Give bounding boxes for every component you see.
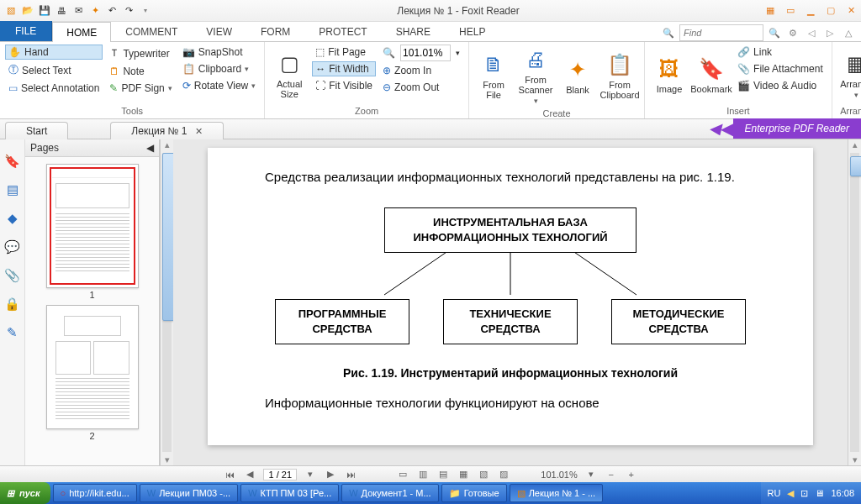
print-icon[interactable]: 🖶 (54, 3, 69, 18)
find-tool-icon[interactable]: 🔍 (661, 25, 676, 40)
doc-tab-current[interactable]: Лекция № 1✕ (110, 122, 224, 139)
tab-protect[interactable]: PROTECT (304, 21, 381, 41)
document-view[interactable]: Средства реализации информационных техно… (173, 139, 848, 465)
page-dropdown-icon[interactable]: ▾ (304, 469, 317, 480)
bookmark-panel-icon[interactable]: 🔖 (4, 153, 21, 170)
view-mode-2-icon[interactable]: ▥ (416, 469, 430, 480)
prev-page-icon[interactable]: ◀ (243, 469, 256, 480)
attachments-panel-icon[interactable]: 📎 (4, 267, 21, 284)
taskbar-item-0[interactable]: ○http://ikit.edu... (53, 484, 137, 502)
view-mode-1-icon[interactable]: ▭ (396, 469, 409, 480)
nav-prev-icon[interactable]: ◁ (804, 25, 819, 40)
tray-icon-1[interactable]: ◀ (787, 488, 794, 499)
undo-icon[interactable]: ↶ (104, 3, 119, 18)
taskbar-item-2[interactable]: WКТП ПМ 03 [Ре... (240, 484, 339, 502)
maximize-icon[interactable]: ▢ (824, 5, 837, 17)
view-mode-4-icon[interactable]: ▦ (457, 469, 470, 480)
pdf-sign-tool[interactable]: ✎PDF Sign (106, 81, 175, 96)
clock[interactable]: 16:08 (831, 488, 854, 498)
minimize-ribbon-icon[interactable]: ▭ (784, 5, 797, 17)
zoom-value-input[interactable] (400, 45, 451, 61)
save-icon[interactable]: 💾 (37, 3, 52, 18)
from-scanner-button[interactable]: 🖨From Scanner (516, 45, 555, 107)
language-indicator[interactable]: RU (768, 488, 781, 498)
select-text-tool[interactable]: ⓉSelect Text (5, 61, 103, 79)
status-zoom-dropdown-icon[interactable]: ▾ (584, 469, 598, 480)
security-panel-icon[interactable]: 🔒 (4, 296, 21, 312)
start-button[interactable]: ⊞пуск (0, 482, 50, 504)
rotate-view-tool[interactable]: ⟳Rotate View (179, 78, 259, 93)
select-annotation-tool[interactable]: ▭Select Annotation (5, 81, 103, 96)
enterprise-banner[interactable]: Enterprise PDF Reader (733, 118, 862, 139)
open-icon[interactable]: 📂 (20, 3, 35, 18)
file-tab[interactable]: FILE (0, 21, 52, 41)
email-icon[interactable]: ✉ (71, 3, 86, 18)
view-mode-6-icon[interactable]: ▨ (497, 469, 510, 480)
redo-icon[interactable]: ↷ (121, 3, 136, 18)
file-attachment-button[interactable]: 📎File Attachment (734, 61, 827, 76)
image-button[interactable]: 🖼Image (650, 45, 689, 104)
tab-help[interactable]: HELP (445, 21, 499, 41)
arrange-button[interactable]: ▦Arrange (837, 45, 861, 104)
doc-tab-start[interactable]: Start (5, 122, 68, 139)
view-mode-3-icon[interactable]: ▤ (436, 469, 450, 480)
video-audio-button[interactable]: 🎬Video & Audio (734, 78, 827, 93)
signatures-panel-icon[interactable]: ✎ (4, 324, 21, 341)
page-number-input[interactable] (263, 469, 297, 480)
zoom-out-mag-icon[interactable]: 🔍 (379, 45, 399, 61)
snapshot-tool[interactable]: 📷SnapShot (179, 45, 259, 60)
zoom-in-button[interactable]: ⊕Zoom In (379, 63, 463, 78)
find-go-icon[interactable]: 🔍 (767, 25, 782, 40)
status-zoom-out-icon[interactable]: − (605, 470, 618, 480)
typewriter-tool[interactable]: ＴTypewriter (106, 45, 175, 62)
first-page-icon[interactable]: ⏮ (223, 470, 236, 480)
pages-panel-icon[interactable]: ▤ (4, 181, 21, 198)
note-tool[interactable]: 🗒Note (106, 64, 175, 79)
minimize-icon[interactable]: ▁ (804, 5, 817, 17)
blank-button[interactable]: ✦Blank (558, 45, 597, 107)
taskbar-item-4[interactable]: 📁Готовые (441, 484, 507, 502)
actual-size-button[interactable]: ▢Actual Size (270, 45, 309, 104)
clipboard-tool[interactable]: 📋Clipboard (179, 61, 259, 76)
zoom-out-button[interactable]: ⊖Zoom Out (379, 80, 463, 95)
thumbnail-page-1[interactable] (46, 164, 139, 288)
ribbon-collapse-icon[interactable]: △ (841, 25, 856, 40)
close-icon[interactable]: ✕ (844, 5, 858, 17)
tray-icon-3[interactable]: 🖥 (815, 488, 824, 498)
status-zoom-in-icon[interactable]: + (625, 470, 638, 480)
layers-panel-icon[interactable]: ◆ (4, 210, 21, 227)
fit-width-button[interactable]: ↔Fit Width (312, 61, 376, 76)
doc-tab-close-icon[interactable]: ✕ (195, 126, 203, 137)
zoom-dropdown-icon[interactable]: ▾ (452, 45, 463, 61)
qat-more-icon[interactable]: ▾ (138, 3, 153, 18)
skin-icon[interactable]: ▦ (763, 5, 777, 17)
thumbnail-page-2[interactable] (46, 305, 139, 429)
bookmark-button[interactable]: 🔖Bookmark (692, 45, 731, 104)
fit-visible-button[interactable]: ⛶Fit Visible (312, 78, 376, 93)
tab-view[interactable]: VIEW (192, 21, 246, 41)
find-input[interactable] (679, 24, 763, 41)
settings-icon[interactable]: ⚙ (785, 25, 800, 40)
tab-comment[interactable]: COMMENT (111, 21, 192, 41)
document-scrollbar[interactable]: ▴ ▾ (848, 139, 861, 465)
tray-icon-2[interactable]: ⊡ (800, 488, 808, 499)
new-icon[interactable]: ✦ (87, 3, 103, 18)
hand-tool[interactable]: ✋Hand (5, 45, 103, 60)
taskbar-item-5[interactable]: ▧Лекция № 1 - ... (510, 484, 604, 502)
from-clipboard-button[interactable]: 📋From Clipboard (600, 45, 639, 107)
tab-share[interactable]: SHARE (382, 21, 445, 41)
panel-collapse-icon[interactable]: ◀ (146, 142, 154, 154)
view-mode-5-icon[interactable]: ▧ (477, 469, 490, 480)
panel-scrollbar[interactable]: ▴ ▾ (160, 139, 173, 465)
last-page-icon[interactable]: ⏭ (344, 470, 357, 480)
link-button[interactable]: 🔗Link (734, 45, 827, 60)
comments-panel-icon[interactable]: 💬 (4, 239, 21, 255)
tab-home[interactable]: HOME (52, 22, 111, 42)
taskbar-item-1[interactable]: WЛекции ПМ03 -... (140, 484, 238, 502)
nav-next-icon[interactable]: ▷ (822, 25, 837, 40)
from-file-button[interactable]: 🗎From File (474, 45, 513, 107)
taskbar-item-3[interactable]: WДокумент1 - M... (341, 484, 438, 502)
fit-page-button[interactable]: ⬚Fit Page (312, 45, 376, 60)
next-page-icon[interactable]: ▶ (324, 469, 337, 480)
tab-form[interactable]: FORM (246, 21, 304, 41)
